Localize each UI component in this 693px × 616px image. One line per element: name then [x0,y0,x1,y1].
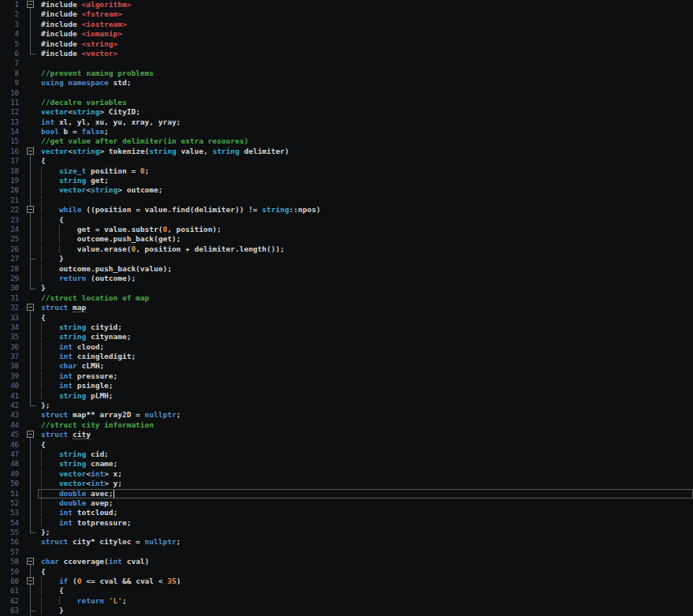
token-typ[interactable]: string [59,176,91,185]
code-line[interactable]: 27 } [0,254,693,263]
code-text[interactable]: //prevent naming problems [38,69,693,78]
token-inc[interactable]: <algorithm> [81,0,131,9]
code-text[interactable]: int csingledigit; [38,352,693,361]
token-kw[interactable]: char [59,361,82,370]
token-id[interactable]: cityid; [91,323,122,331]
token-ws[interactable] [41,254,59,263]
token-kw[interactable]: int [59,342,77,351]
code-text[interactable]: string cname; [38,459,693,469]
code-text[interactable]: int psingle; [38,381,693,390]
token-id[interactable]: cLMH; [82,361,105,370]
token-id[interactable]: } [59,254,64,263]
code-line[interactable]: 57 [0,547,693,557]
code-line[interactable]: 28 outcome.push_back(value); [0,264,693,274]
code-text[interactable]: //struct city information [38,420,693,430]
code-line[interactable]: 2#include <fstream> [0,9,693,19]
line-number[interactable]: 2 [0,9,24,19]
code-text[interactable]: } [38,606,693,615]
line-number[interactable]: 46 [0,440,24,450]
token-op[interactable]: > [104,479,113,487]
token-id[interactable]: get; [91,176,109,185]
code-text[interactable] [38,58,693,68]
code-line[interactable]: 45struct city [0,430,693,439]
token-ws[interactable] [41,323,59,331]
code-text[interactable]: return 'L'; [38,596,693,606]
token-typ[interactable]: string [59,391,91,400]
code-line[interactable]: 46{ [0,440,693,450]
code-text[interactable]: int totcloud; [38,508,693,517]
code-line[interactable]: 19 string get; [0,176,693,185]
token-ul[interactable]: map [73,303,86,312]
line-number[interactable]: 54 [0,518,24,528]
line-number[interactable]: 62 [0,596,24,606]
line-number[interactable]: 29 [0,274,24,283]
fold-toggle[interactable] [24,577,38,586]
token-inc[interactable]: <iostream> [81,20,126,28]
code-text[interactable]: get = value.substr(0, position); [38,225,693,234]
code-text[interactable] [38,88,693,98]
token-inc[interactable]: <string> [81,39,117,48]
code-text[interactable]: { [38,567,693,577]
code-text[interactable]: string get; [38,176,693,185]
line-number[interactable]: 50 [0,479,24,488]
token-kw[interactable]: int [91,469,104,478]
token-id[interactable]: pressure; [77,371,117,380]
code-line[interactable]: 44//struct city information [0,420,693,430]
line-number[interactable]: 59 [0,567,24,577]
token-id[interactable]: (outcome); [86,274,136,282]
token-op[interactable]: > [117,185,126,194]
line-number[interactable]: 47 [0,450,24,459]
code-line[interactable]: 53 int totcloud; [0,508,693,517]
line-number[interactable]: 19 [0,176,24,185]
token-ws[interactable] [41,342,59,351]
code-text[interactable]: }; [38,528,693,537]
token-id[interactable]: } [59,606,64,614]
code-line[interactable]: 30} [0,283,693,293]
token-com[interactable]: //get value after delimiter(in extra res… [41,136,248,145]
code-text[interactable]: vector<string> outcome; [38,185,693,195]
token-kw[interactable]: if [59,577,68,585]
token-kw[interactable]: char [41,557,64,566]
token-ws[interactable] [41,274,59,282]
token-typ[interactable]: string [59,332,91,341]
token-id[interactable]: CityID; [109,107,140,116]
code-text[interactable]: struct city* cityloc = nullptr; [38,537,693,547]
line-number[interactable]: 16 [0,147,24,156]
code-text[interactable]: string pLMH; [38,391,693,401]
code-text[interactable]: #include <fstream> [38,9,693,19]
token-kw[interactable]: struct [41,537,73,546]
code-text[interactable]: outcome.push_back(value); [38,264,693,274]
line-number[interactable]: 26 [0,245,24,254]
code-line[interactable]: 14bool b = false; [0,127,693,136]
code-line[interactable]: 5#include <string> [0,39,693,49]
line-number[interactable]: 24 [0,225,24,234]
token-pp[interactable]: #include [41,29,81,38]
token-id[interactable]: { [59,586,64,595]
code-text[interactable]: #include <vector> [38,49,693,58]
line-number[interactable]: 21 [0,196,24,205]
token-id[interactable]: ; [145,166,150,175]
token-id[interactable]: outcome.push_back(get); [77,234,181,243]
token-id[interactable]: ( [68,577,76,585]
code-line[interactable]: 37 int csingledigit; [0,352,693,361]
token-id[interactable]: pLMH; [91,391,114,400]
line-number[interactable]: 45 [0,430,24,439]
code-text[interactable]: using namespace std; [38,78,693,88]
code-text[interactable]: //struct location of map [38,293,693,303]
fold-collapse-icon[interactable] [27,577,34,584]
token-kw[interactable]: double [59,498,91,507]
token-typ[interactable]: string [59,323,91,331]
line-number[interactable]: 37 [0,352,24,361]
token-ws[interactable] [41,508,59,517]
code-text[interactable]: string cid; [38,450,693,459]
code-text[interactable]: while ((position = value.find(delimiter)… [38,205,693,215]
token-typ[interactable]: string [149,147,176,155]
token-ws[interactable] [41,264,59,273]
token-id[interactable]: ccoverage( [64,557,109,566]
token-kw[interactable]: struct [41,303,73,312]
code-line[interactable]: 13int xl, yl, xu, yu, xray, yray; [0,118,693,127]
code-line[interactable]: 41 string pLMH; [0,391,693,401]
code-line[interactable]: 34 string cityid; [0,323,693,332]
line-number[interactable]: 63 [0,606,24,615]
token-typ[interactable]: vector [59,479,86,487]
